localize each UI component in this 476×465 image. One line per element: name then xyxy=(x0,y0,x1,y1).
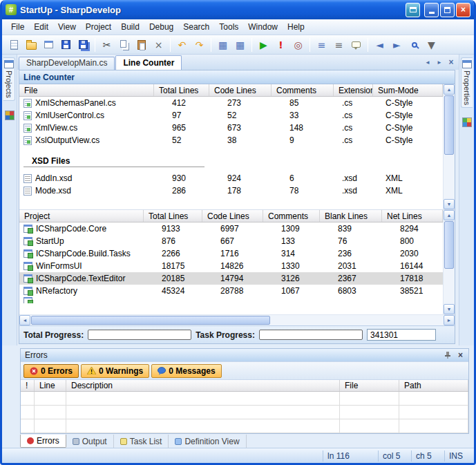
pin-button[interactable] xyxy=(442,350,453,361)
scroll-right-button[interactable]: ► xyxy=(444,315,455,325)
next-bookmark-icon[interactable]: ► xyxy=(389,37,405,53)
pad-tab-errors[interactable]: Errors xyxy=(20,435,66,448)
pad-tab-output[interactable]: Output xyxy=(66,435,114,448)
column-header-file[interactable]: File xyxy=(340,380,399,391)
scroll-down-button[interactable]: ▼ xyxy=(444,304,455,314)
project-row[interactable]: ICSharpCode.Build.Tasks 2266 1716 314 23… xyxy=(19,247,443,260)
scroll-up-button[interactable]: ▲ xyxy=(444,84,455,95)
new-file-icon[interactable] xyxy=(6,37,22,53)
paste-icon[interactable] xyxy=(133,37,149,53)
menu-build[interactable]: Build xyxy=(116,20,144,34)
tab-scroll-left-button[interactable]: ◄ xyxy=(423,57,432,67)
menu-file[interactable]: File xyxy=(6,20,29,34)
column-header-comments[interactable]: Comments xyxy=(263,210,320,222)
file-row[interactable]: XmlUserControl.cs 97 52 33 .cs C-Style xyxy=(19,109,443,122)
column-header-total-lines[interactable]: Total Lines xyxy=(144,210,202,222)
scroll-thumb[interactable] xyxy=(444,221,454,269)
column-header-comments[interactable]: Comments xyxy=(272,84,334,96)
scroll-up-button[interactable]: ▲ xyxy=(444,210,455,220)
search-dropdown-icon[interactable]: ▼ xyxy=(423,37,439,53)
prev-bookmark-icon[interactable]: ◄ xyxy=(372,37,388,53)
scroll-thumb[interactable] xyxy=(31,316,270,325)
scroll-down-button[interactable]: ▼ xyxy=(444,199,455,209)
file-row[interactable]: Mode.xsd 286 178 78 .xsd XML xyxy=(19,184,443,197)
save-all-icon[interactable] xyxy=(75,37,91,53)
pad-tab-task-list[interactable]: Task List xyxy=(114,435,169,448)
project-row[interactable]: NRefactory 45324 28788 1067 6803 38521 xyxy=(19,285,443,297)
file-table-scrollbar[interactable]: ▲ ▼ xyxy=(443,84,455,209)
right-strip-secondary-tab-icon[interactable] xyxy=(462,117,472,127)
save-icon[interactable] xyxy=(58,37,74,53)
close-button[interactable]: × xyxy=(456,3,470,17)
tab-scroll-right-button[interactable]: ► xyxy=(435,57,444,67)
build-icon[interactable]: ▦ xyxy=(215,37,231,53)
maximize-button[interactable] xyxy=(440,3,455,17)
menu-project[interactable]: Project xyxy=(81,20,116,34)
cut-icon[interactable]: ✂ xyxy=(99,37,115,53)
project-row[interactable]: ICSharpCode.Core 9133 6997 1309 839 8294 xyxy=(19,222,443,235)
column-header-line[interactable]: Line xyxy=(35,380,66,391)
column-header-file[interactable]: File xyxy=(19,84,154,96)
column-header-blank-lines[interactable]: Blank Lines xyxy=(320,210,382,222)
tab-line-counter[interactable]: Line Counter xyxy=(115,55,182,70)
file-row[interactable]: XslOutputView.cs 52 38 9 .cs C-Style xyxy=(19,134,443,146)
menu-edit[interactable]: Edit xyxy=(29,20,53,34)
menu-help[interactable]: Help xyxy=(283,20,310,34)
redo-icon[interactable]: ↷ xyxy=(191,37,207,53)
column-header-severity[interactable]: ! xyxy=(21,380,35,391)
menu-tools[interactable]: Tools xyxy=(214,20,243,34)
column-header-code-lines[interactable]: Code Lines xyxy=(209,84,272,96)
column-header-extension[interactable]: Extension xyxy=(334,84,373,96)
open-folder-icon[interactable] xyxy=(23,37,39,53)
run-icon[interactable]: ▶ xyxy=(256,37,272,53)
menu-search[interactable]: Search xyxy=(178,20,214,34)
column-header-sum-mode[interactable]: Sum-Mode xyxy=(373,84,443,96)
warnings-filter-button[interactable]: 0 Warnings xyxy=(81,364,149,378)
project-row-selected[interactable]: ICSharpCode.TextEditor 20185 14794 3126 … xyxy=(19,272,443,285)
scroll-track[interactable] xyxy=(444,221,455,303)
build-solution-icon[interactable]: ▦ xyxy=(232,37,248,53)
task-list-icon[interactable]: ≡ xyxy=(331,37,347,53)
menu-view[interactable]: View xyxy=(53,20,81,34)
errors-close-button[interactable]: × xyxy=(455,350,466,361)
project-row-clipped[interactable] xyxy=(19,297,443,303)
new-solution-icon[interactable] xyxy=(41,37,57,53)
column-header-project[interactable]: Project xyxy=(19,210,144,222)
messages-filter-button[interactable]: 0 Messages xyxy=(151,364,221,378)
tab-close-button[interactable]: × xyxy=(446,57,456,67)
errors-filter-button[interactable]: 0 Errors xyxy=(23,364,79,378)
column-header-total-lines[interactable]: Total Lines xyxy=(154,84,209,96)
project-row[interactable]: WinFormsUI 18175 14826 1330 2031 16144 xyxy=(19,260,443,272)
menu-debug[interactable]: Debug xyxy=(144,20,178,34)
sidebar-tab-properties[interactable]: Properties xyxy=(461,57,473,108)
scroll-track[interactable] xyxy=(444,95,455,198)
search-icon[interactable] xyxy=(406,37,422,53)
menu-window[interactable]: Window xyxy=(243,20,283,34)
column-header-description[interactable]: Description xyxy=(66,380,340,391)
delete-icon[interactable]: × xyxy=(151,37,166,53)
abort-icon[interactable]: ! xyxy=(273,37,289,53)
undo-icon[interactable]: ↶ xyxy=(174,37,190,53)
pad-tab-definition-view[interactable]: Definition View xyxy=(169,435,246,448)
titlebar-extra-button[interactable] xyxy=(406,3,420,17)
column-header-code-lines[interactable]: Code Lines xyxy=(202,210,263,222)
scroll-track[interactable] xyxy=(31,315,443,325)
file-row[interactable]: XmlSchemasPanel.cs 412 273 85 .cs C-Styl… xyxy=(19,97,443,109)
tab-sharpdevelopmain[interactable]: SharpDevelopMain.cs xyxy=(19,57,115,70)
scroll-left-button[interactable]: ◄ xyxy=(19,315,30,325)
bookmark-list-icon[interactable]: ≡ xyxy=(314,37,330,53)
copy-icon[interactable] xyxy=(116,37,132,53)
scroll-thumb[interactable] xyxy=(444,95,454,155)
project-row[interactable]: StartUp 876 667 133 76 800 xyxy=(19,235,443,247)
left-strip-secondary-tab-icon[interactable] xyxy=(5,111,15,120)
titlebar[interactable]: # StartUp - SharpDevelop × xyxy=(2,0,474,19)
comment-icon[interactable] xyxy=(348,37,364,53)
column-header-net-lines[interactable]: Net Lines xyxy=(382,210,443,222)
minimize-button[interactable] xyxy=(424,3,439,17)
project-table-scrollbar[interactable]: ▲ ▼ xyxy=(443,210,455,314)
toggle-breakpoint-icon[interactable]: ◎ xyxy=(290,37,306,53)
column-header-path[interactable]: Path xyxy=(399,380,468,391)
file-row[interactable]: XmlView.cs 965 673 148 .cs C-Style xyxy=(19,122,443,134)
sidebar-tab-projects[interactable]: Projects xyxy=(3,57,15,101)
horizontal-scrollbar[interactable]: ◄ ► xyxy=(19,314,455,325)
